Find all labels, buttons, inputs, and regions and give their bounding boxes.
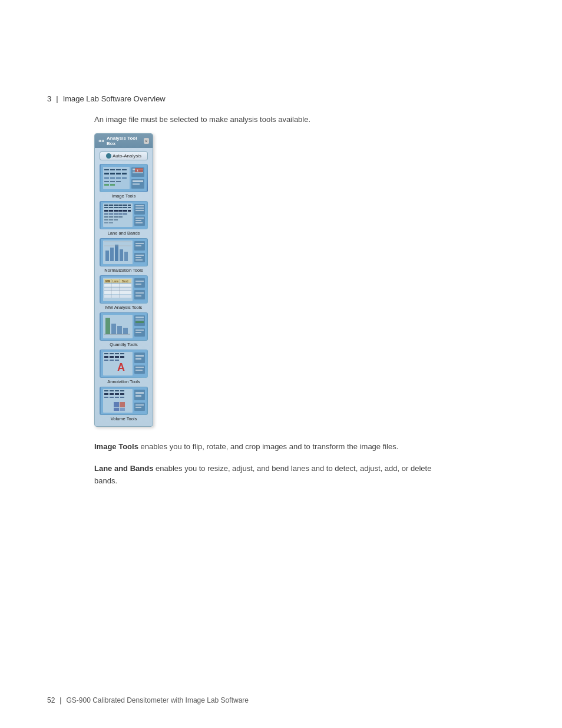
toolbox-collapse-arrows[interactable]: ««	[98, 138, 104, 144]
annotation-icon: A	[101, 350, 147, 377]
svg-rect-29	[104, 205, 108, 206]
svg-rect-54	[114, 216, 118, 218]
svg-rect-32	[118, 205, 123, 206]
volume-label: Volume Tools	[100, 416, 148, 421]
mw-analysis-icon-box: MW Lane Band	[100, 275, 148, 304]
tool-item-volume[interactable]: Volume Tools	[100, 387, 148, 421]
svg-rect-125	[120, 353, 124, 354]
svg-rect-93	[104, 291, 131, 294]
svg-rect-160	[135, 395, 141, 397]
svg-rect-34	[128, 205, 131, 206]
svg-rect-75	[124, 252, 128, 261]
svg-rect-52	[104, 216, 108, 218]
svg-rect-101	[135, 281, 144, 282]
tool-item-image-tools[interactable]: t Image Tools	[100, 164, 148, 199]
svg-rect-118	[135, 330, 144, 331]
svg-rect-37	[114, 207, 118, 208]
svg-rect-131	[110, 360, 114, 361]
svg-rect-105	[135, 295, 141, 297]
svg-rect-17	[104, 184, 109, 186]
svg-rect-145	[120, 390, 124, 391]
svg-rect-132	[115, 360, 119, 361]
lane-bands-label: Lane and Bands	[100, 230, 148, 236]
svg-rect-114	[135, 321, 144, 323]
svg-rect-43	[114, 210, 118, 212]
svg-rect-72	[110, 248, 114, 261]
auto-analysis-button[interactable]: Auto-Analysis	[100, 151, 148, 160]
svg-rect-62	[135, 205, 144, 206]
svg-rect-123	[110, 353, 114, 354]
svg-rect-14	[104, 181, 109, 182]
svg-rect-157	[120, 408, 125, 411]
toolbox-panel: «« Analysis Tool Box × Auto-Analysis	[94, 133, 153, 427]
toolbox-close-button[interactable]: ×	[144, 138, 149, 144]
svg-rect-116	[135, 317, 144, 318]
svg-text:MW: MW	[105, 280, 111, 283]
svg-rect-57	[109, 219, 113, 220]
svg-rect-30	[109, 205, 113, 206]
svg-rect-60	[109, 222, 113, 223]
lane-bands-term: Lane and Bands	[94, 464, 153, 473]
tool-item-mw-analysis[interactable]: MW Lane Band	[100, 275, 148, 310]
svg-rect-148	[115, 393, 119, 395]
svg-rect-51	[123, 213, 127, 215]
lane-bands-icon	[101, 202, 147, 229]
svg-rect-144	[115, 390, 119, 391]
page-container: 3 | Image Lab Software Overview An image…	[0, 0, 562, 728]
tool-item-normalization[interactable]: Normalization Tools	[100, 238, 148, 273]
image-tools-icon: t	[101, 164, 147, 192]
svg-text:Lane: Lane	[113, 280, 119, 283]
svg-rect-162	[135, 404, 144, 406]
svg-rect-100	[134, 278, 145, 288]
svg-rect-36	[109, 207, 113, 208]
svg-rect-84	[135, 259, 143, 261]
svg-rect-129	[120, 356, 124, 358]
svg-rect-13	[122, 177, 127, 179]
svg-rect-91	[104, 284, 131, 287]
chapter-title: Image Lab Software Overview	[63, 94, 166, 103]
quantity-label: Quantity Tools	[100, 342, 148, 347]
image-tools-label: Image Tools	[100, 193, 148, 199]
svg-rect-49	[114, 213, 118, 215]
svg-rect-127	[110, 356, 114, 358]
svg-rect-15	[110, 181, 115, 182]
svg-rect-11	[110, 177, 115, 179]
svg-rect-156	[114, 408, 119, 411]
svg-rect-115	[135, 319, 144, 321]
toolbox-title-bar: «« Analysis Tool Box ×	[95, 134, 153, 148]
mw-analysis-icon: MW Lane Band	[101, 276, 147, 303]
svg-rect-151	[110, 397, 114, 398]
lane-bands-description: Lane and Bands enables you to resize, ad…	[94, 463, 436, 487]
svg-rect-138	[135, 367, 144, 368]
image-tools-icon-box: t	[100, 164, 148, 192]
svg-rect-42	[109, 210, 113, 212]
intro-text: An image file must be selected to make a…	[94, 115, 515, 124]
svg-rect-102	[135, 284, 141, 285]
svg-rect-58	[114, 219, 118, 220]
image-tools-desc-text: enables you to flip, rotate, and crop im…	[138, 442, 399, 451]
svg-rect-56	[104, 219, 108, 220]
svg-rect-4	[116, 169, 121, 170]
svg-rect-103	[134, 290, 145, 299]
svg-rect-126	[104, 356, 108, 358]
normalization-icon	[101, 239, 147, 266]
mw-analysis-label: MW Analysis Tools	[100, 305, 148, 310]
tool-item-annotation[interactable]: A Annotation Tools	[100, 350, 148, 384]
annotation-icon-box: A	[100, 350, 148, 378]
chapter-separator: |	[56, 94, 58, 103]
svg-rect-3	[110, 169, 115, 170]
image-tools-term: Image Tools	[94, 442, 138, 451]
svg-rect-6	[104, 173, 109, 174]
svg-rect-53	[109, 216, 113, 218]
toolbox-title-text: Analysis Tool Box	[107, 136, 144, 146]
svg-rect-135	[135, 355, 144, 357]
svg-rect-122	[104, 353, 108, 354]
svg-rect-139	[135, 370, 143, 371]
svg-rect-59	[104, 222, 108, 223]
tool-item-lane-bands[interactable]: Lane and Bands	[100, 201, 148, 236]
svg-rect-83	[135, 257, 141, 258]
svg-rect-63	[135, 207, 144, 209]
svg-rect-74	[120, 249, 123, 261]
tool-item-quantity[interactable]: Quantity Tools	[100, 312, 148, 347]
svg-rect-94	[104, 295, 131, 298]
